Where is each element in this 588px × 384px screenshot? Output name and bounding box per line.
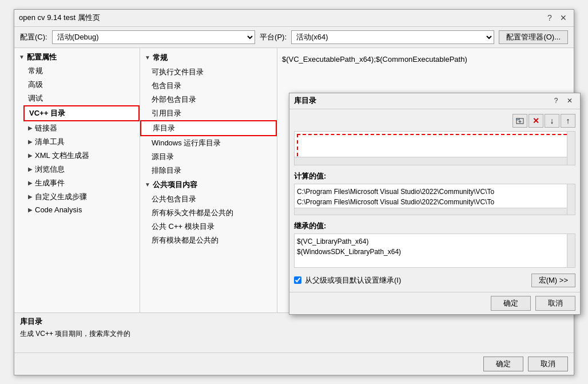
mid-general-label: 常规: [153, 53, 168, 63]
manifest-arrow: ▶: [28, 138, 33, 145]
svg-rect-1: [517, 118, 519, 120]
edit-scrollbar-h[interactable]: [295, 157, 567, 165]
xml-arrow: ▶: [28, 152, 33, 159]
mid-item-source[interactable]: 源目录: [140, 150, 277, 164]
mid-item-include[interactable]: 包含目录: [140, 79, 277, 93]
mid-item-executable[interactable]: 可执行文件目录: [140, 65, 277, 79]
checkbox-row: 从父级或项目默认设置继承(I) 宏(M) >>: [294, 274, 575, 287]
edit-box-container: [294, 131, 575, 165]
move-down-button[interactable]: ↓: [545, 114, 559, 128]
mid-item-all-modules-public[interactable]: 所有模块都是公共的: [140, 233, 277, 247]
bottom-desc-text: 生成 VC++ 项目期间，搜索库文件的: [20, 329, 568, 339]
bottom-desc-title: 库目录: [20, 316, 568, 327]
mid-section-header-general: ▼ 常规: [140, 50, 277, 65]
custom-build-arrow: ▶: [28, 193, 33, 200]
mid-item-all-headers-public[interactable]: 所有标头文件都是公共的: [140, 206, 277, 220]
macro-button[interactable]: 宏(M) >>: [531, 274, 575, 287]
tree-item-advanced-label: 高级: [28, 80, 43, 90]
float-title-bar: 库目录 ? ✕: [289, 93, 580, 109]
mid-item-library[interactable]: 库目录: [140, 120, 277, 136]
browse-arrow: ▶: [28, 166, 33, 172]
tree-item-general[interactable]: 常规: [23, 64, 140, 78]
float-close-button[interactable]: ✕: [564, 95, 575, 106]
mid-item-public-include[interactable]: 公共包含目录: [140, 192, 277, 206]
mid-section-header-public: ▼ 公共项目内容: [140, 177, 277, 192]
title-bar-left: open cv 9.14 test 属性页: [19, 13, 100, 23]
mid-item-public-cpp-module[interactable]: 公共 C++ 模块目录: [140, 220, 277, 233]
calc-box-inner: C:\Program Files\Microsoft Visual Studio…: [295, 184, 575, 209]
config-bar: 配置(C): 活动(Debug) 平台(P): 活动(x64) 配置管理器(O)…: [14, 27, 574, 48]
dialog-footer: 确定 取消: [14, 353, 574, 375]
property-path: $(VC_ExecutablePath_x64);$(CommonExecuta…: [282, 53, 569, 66]
linker-arrow: ▶: [28, 125, 33, 131]
tree-item-manifest[interactable]: ▶ 清单工具: [23, 135, 140, 149]
tree-item-linker[interactable]: ▶ 链接器: [23, 121, 140, 135]
tree-item-advanced[interactable]: 高级: [23, 78, 140, 92]
title-bar: open cv 9.14 test 属性页 ? ✕: [14, 10, 574, 27]
tree-item-general-label: 常规: [28, 66, 43, 76]
inherited-line-2: $(WindowsSDK_LibraryPath_x64): [297, 247, 573, 257]
window-title: open cv 9.14 test 属性页: [19, 13, 100, 23]
inherit-checkbox[interactable]: [294, 276, 301, 284]
float-title-right: ? ✕: [550, 95, 575, 106]
collapse-arrow: ▼: [19, 54, 25, 60]
calc-scrollbar-h[interactable]: [295, 208, 567, 215]
middle-panel: ▼ 常规 可执行文件目录 包含目录 外部包含目录 引用目录 库目录 Window…: [140, 48, 277, 312]
float-footer: 确定 取消: [289, 292, 580, 314]
config-properties-section: ▼ 配置属性: [14, 50, 140, 64]
platform-select[interactable]: 活动(x64): [291, 30, 494, 44]
config-properties-label: 配置属性: [27, 52, 57, 62]
tree-item-custom-build[interactable]: ▶ 自定义生成步骤: [23, 190, 140, 204]
main-ok-button[interactable]: 确定: [483, 357, 523, 371]
tree-item-build-events[interactable]: ▶ 生成事件: [23, 176, 140, 190]
calc-line-1: C:\Program Files\Microsoft Visual Studio…: [297, 187, 573, 197]
tree-item-manifest-label: 清单工具: [35, 137, 65, 147]
edit-scrollbar-v[interactable]: [567, 132, 575, 165]
tree-item-debug[interactable]: 调试: [23, 92, 140, 105]
float-help-button[interactable]: ?: [550, 95, 562, 106]
config-select[interactable]: 活动(Debug): [52, 30, 255, 44]
float-toolbar: ✕ ↓ ↑: [294, 114, 575, 128]
bottom-description: 库目录 生成 VC++ 项目期间，搜索库文件的: [20, 316, 568, 339]
platform-label: 平台(P):: [260, 32, 287, 42]
tree-item-build-events-label: 生成事件: [35, 178, 65, 188]
help-button[interactable]: ?: [544, 12, 555, 23]
checkbox-label: 从父级或项目默认设置继承(I): [305, 275, 401, 286]
float-dialog: 库目录 ? ✕ ✕ ↓ ↑: [289, 93, 581, 315]
mid-item-external-include[interactable]: 外部包含目录: [140, 93, 277, 106]
calc-section: 计算的值: C:\Program Files\Microsoft Visual …: [294, 171, 575, 215]
main-dialog: open cv 9.14 test 属性页 ? ✕ 配置(C): 活动(Debu…: [14, 9, 574, 375]
main-cancel-button[interactable]: 取消: [528, 357, 568, 371]
inherited-scrollbar-v[interactable]: [567, 234, 575, 267]
calc-box: C:\Program Files\Microsoft Visual Studio…: [294, 184, 575, 215]
mid-public-arrow: ▼: [145, 181, 150, 188]
tree-item-linker-label: 链接器: [35, 123, 57, 133]
mid-item-winrt[interactable]: Windows 运行库目录: [140, 136, 277, 150]
delete-button[interactable]: ✕: [529, 114, 543, 128]
tree-item-code-analysis-label: Code Analysis: [35, 205, 82, 214]
calc-label: 计算的值:: [294, 171, 575, 181]
float-cancel-button[interactable]: 取消: [535, 296, 575, 311]
tree-item-vc-dirs-label: VC++ 目录: [29, 108, 65, 118]
new-folder-button[interactable]: [512, 114, 527, 128]
tree-item-browse[interactable]: ▶ 浏览信息: [23, 163, 140, 176]
tree-item-vc-dirs[interactable]: VC++ 目录: [23, 105, 140, 121]
tree-item-code-analysis[interactable]: ▶ Code Analysis: [23, 204, 140, 216]
tree-item-xml[interactable]: ▶ XML 文档生成器: [23, 149, 140, 163]
mid-item-reference[interactable]: 引用目录: [140, 106, 277, 120]
calc-scrollbar-v[interactable]: [567, 184, 575, 215]
manage-config-button[interactable]: 配置管理器(O)...: [499, 30, 568, 44]
inherited-box: $(VC_LibraryPath_x64) $(WindowsSDK_Libra…: [294, 233, 575, 268]
code-analysis-arrow: ▶: [28, 207, 33, 213]
mid-public-label: 公共项目内容: [153, 180, 197, 190]
tree-item-xml-label: XML 文档生成器: [35, 151, 89, 161]
mid-item-exclude[interactable]: 排除目录: [140, 164, 277, 177]
float-ok-button[interactable]: 确定: [491, 296, 531, 311]
move-up-button[interactable]: ↑: [561, 114, 575, 128]
float-dialog-title: 库目录: [294, 96, 316, 106]
config-label: 配置(C):: [20, 32, 47, 42]
close-button[interactable]: ✕: [558, 12, 569, 23]
tree-item-browse-label: 浏览信息: [35, 164, 65, 175]
bottom-bar: 库目录 生成 VC++ 项目期间，搜索库文件的: [14, 312, 574, 353]
inherited-box-inner: $(VC_LibraryPath_x64) $(WindowsSDK_Libra…: [295, 234, 575, 259]
